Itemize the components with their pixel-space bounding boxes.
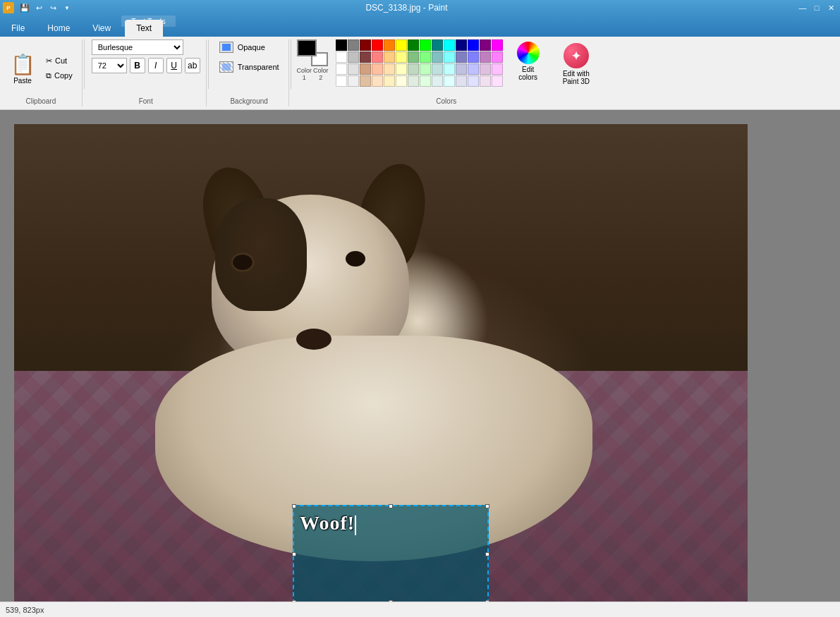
pr3-c2[interactable] xyxy=(348,63,359,75)
color-purple[interactable] xyxy=(480,39,491,51)
resize-handle-ne[interactable] xyxy=(485,504,489,508)
pr3-c9[interactable] xyxy=(432,63,443,75)
pr4-c12[interactable] xyxy=(468,75,479,87)
clipboard-label: Clipboard xyxy=(0,97,82,105)
canvas-area[interactable]: Woof! xyxy=(0,110,840,601)
color-mauve[interactable] xyxy=(480,51,491,63)
strikethrough-button[interactable]: ab xyxy=(185,58,200,73)
color-blue-light[interactable] xyxy=(468,51,479,63)
color-blue[interactable] xyxy=(468,39,479,51)
transparent-option[interactable]: Transparent xyxy=(216,59,283,75)
resize-handle-sw[interactable] xyxy=(292,600,296,601)
copy-button[interactable]: ⧉ Copy xyxy=(42,69,76,83)
color-pink-light[interactable] xyxy=(372,51,383,63)
pr3-c8[interactable] xyxy=(420,63,431,75)
font-size-select[interactable]: 72 xyxy=(92,58,127,73)
pr3-c10[interactable] xyxy=(444,63,455,75)
pr4-c6[interactable] xyxy=(396,75,407,87)
color-slate[interactable] xyxy=(456,51,467,63)
color-green-light[interactable] xyxy=(408,51,419,63)
italic-button[interactable]: I xyxy=(148,58,164,73)
pr4-c2[interactable] xyxy=(348,75,359,87)
tab-file[interactable]: File xyxy=(0,20,36,37)
pr4-c14[interactable] xyxy=(492,75,503,87)
close-button[interactable]: ✕ xyxy=(824,1,837,14)
pr3-c5[interactable] xyxy=(384,63,395,75)
pr3-c14[interactable] xyxy=(492,63,503,75)
pr3-c7[interactable] xyxy=(408,63,419,75)
save-button[interactable]: 💾 xyxy=(18,1,31,14)
bold-button[interactable]: B xyxy=(130,58,145,73)
minimize-button[interactable]: — xyxy=(796,1,809,14)
color-swatch-container xyxy=(297,39,328,66)
pr3-c4[interactable] xyxy=(372,63,383,75)
color-red[interactable] xyxy=(372,39,383,51)
color-orange[interactable] xyxy=(384,39,395,51)
color-gray[interactable] xyxy=(348,39,359,51)
redo-button[interactable]: ↪ xyxy=(47,1,59,14)
pr4-c10[interactable] xyxy=(444,75,455,87)
color-white[interactable] xyxy=(336,51,347,63)
font-family-select[interactable]: Burlesque xyxy=(92,39,183,55)
pr4-c4[interactable] xyxy=(372,75,383,87)
pr3-c13[interactable] xyxy=(480,63,491,75)
color-yellow[interactable] xyxy=(396,39,407,51)
app-icon: P xyxy=(3,2,14,13)
pr4-c9[interactable] xyxy=(432,75,443,87)
tab-home[interactable]: Home xyxy=(36,20,81,37)
color-silver[interactable] xyxy=(348,51,359,63)
pr3-c1[interactable] xyxy=(336,63,347,75)
color-pink-bright[interactable] xyxy=(492,51,503,63)
tab-text[interactable]: Text xyxy=(125,20,163,37)
color-green-pale[interactable] xyxy=(420,51,431,63)
color1-swatch[interactable] xyxy=(297,39,317,56)
paste-icon: 📋 xyxy=(11,51,34,77)
color-yellow-light[interactable] xyxy=(396,51,407,63)
resize-handle-se[interactable] xyxy=(485,600,489,601)
tab-view[interactable]: View xyxy=(81,20,122,37)
resize-handle-n[interactable] xyxy=(389,504,393,508)
pr4-c5[interactable] xyxy=(384,75,395,87)
pr3-c12[interactable] xyxy=(468,63,479,75)
cut-copy-group: ✂ Cut ⧉ Copy xyxy=(42,54,76,83)
text-box[interactable]: Woof! xyxy=(293,505,489,601)
pr3-c11[interactable] xyxy=(456,63,467,75)
color-brown-light[interactable] xyxy=(360,51,371,63)
color-maroon[interactable] xyxy=(360,39,371,51)
pr3-c3[interactable] xyxy=(360,63,371,75)
resize-handle-nw[interactable] xyxy=(292,504,296,508)
paste-button[interactable]: 📋 Paste xyxy=(6,49,39,88)
color-teal-light[interactable] xyxy=(432,51,443,63)
pr4-c7[interactable] xyxy=(408,75,419,87)
resize-handle-e[interactable] xyxy=(485,552,489,556)
underline-button[interactable]: U xyxy=(166,58,182,73)
pr4-c13[interactable] xyxy=(480,75,491,87)
pr4-c3[interactable] xyxy=(360,75,371,87)
pr4-c11[interactable] xyxy=(456,75,467,87)
color-peach[interactable] xyxy=(384,51,395,63)
resize-handle-w[interactable] xyxy=(292,552,296,556)
edit-colors-button[interactable]: Editcolors xyxy=(510,39,547,92)
pr3-c6[interactable] xyxy=(396,63,407,75)
color-black[interactable] xyxy=(336,39,347,51)
image-canvas[interactable]: Woof! xyxy=(14,124,748,601)
maximize-button[interactable]: □ xyxy=(810,1,823,14)
cut-button[interactable]: ✂ Cut xyxy=(42,54,76,68)
qa-dropdown-button[interactable]: ▼ xyxy=(61,1,73,14)
color-dark-green[interactable] xyxy=(408,39,419,51)
undo-button[interactable]: ↩ xyxy=(32,1,45,14)
window-title: DSC_3138.jpg - Paint xyxy=(75,3,738,13)
pr4-c1[interactable] xyxy=(336,75,347,87)
color-magenta[interactable] xyxy=(492,39,503,51)
color-cyan-light[interactable] xyxy=(444,51,455,63)
color-teal[interactable] xyxy=(432,39,443,51)
color-navy[interactable] xyxy=(456,39,467,51)
color-cyan[interactable] xyxy=(444,39,455,51)
opaque-option[interactable]: Opaque xyxy=(216,39,283,55)
color-lime[interactable] xyxy=(420,39,431,51)
ribbon-area: P 💾 ↩ ↪ ▼ DSC_3138.jpg - Paint — □ ✕ Tex… xyxy=(0,0,840,110)
pr4-c8[interactable] xyxy=(420,75,431,87)
dog-eye-left xyxy=(233,255,252,270)
paint3d-button[interactable]: ✦ Edit withPaint 3D xyxy=(556,39,596,96)
resize-handle-s[interactable] xyxy=(389,600,393,601)
